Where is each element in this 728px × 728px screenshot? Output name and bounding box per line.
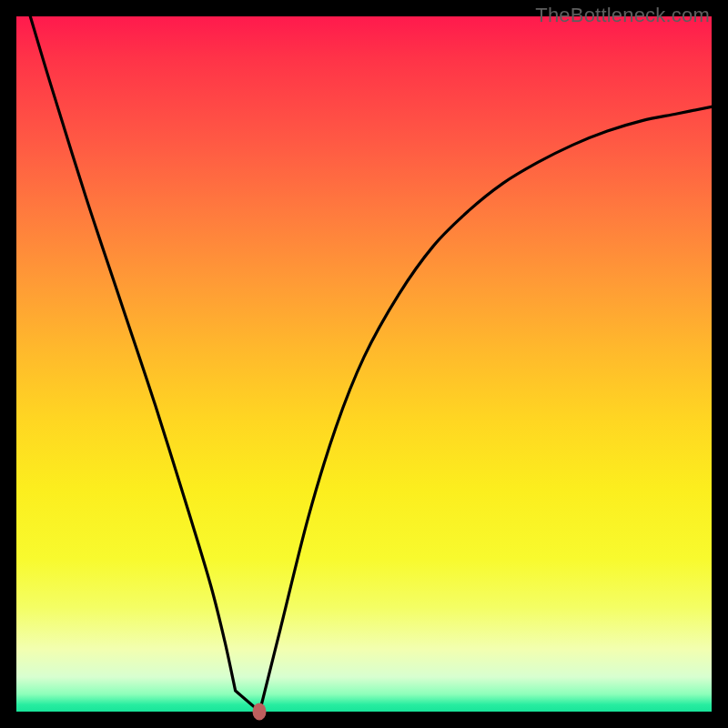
watermark-text: TheBottleneck.com <box>535 4 710 27</box>
bottleneck-curve <box>30 16 712 712</box>
plot-area <box>16 16 712 712</box>
curve-svg <box>16 16 712 712</box>
minimum-marker <box>253 703 267 721</box>
chart-frame: TheBottleneck.com <box>0 0 728 728</box>
